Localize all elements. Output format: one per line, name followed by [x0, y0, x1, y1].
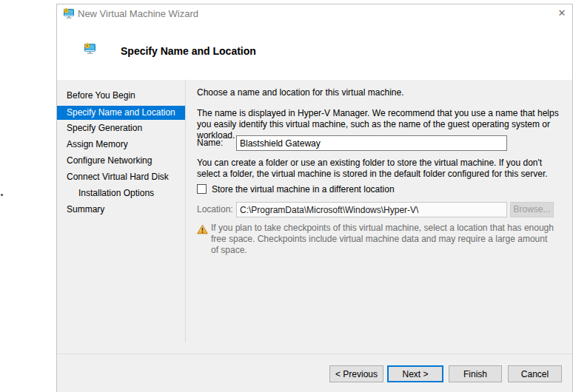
close-icon[interactable]: ✕ [555, 7, 569, 20]
warning-text: If you plan to take checkpoints of this … [211, 223, 556, 256]
sidebar-item-configure-networking[interactable]: Configure Networking [57, 153, 185, 169]
page-content: Choose a name and location for this virt… [197, 80, 563, 354]
sidebar-divider [185, 80, 186, 342]
browse-button: Browse... [510, 202, 554, 217]
finish-button[interactable]: Finish [449, 365, 502, 382]
sidebar-item-summary[interactable]: Summary [57, 202, 185, 218]
wizard-body: Before You Begin Specify Name and Locati… [57, 80, 572, 354]
previous-button[interactable]: < Previous [329, 365, 383, 382]
vm-name-input[interactable] [236, 135, 507, 151]
store-location-checkbox-label: Store the virtual machine in a different… [212, 183, 395, 195]
store-location-checkbox[interactable] [197, 184, 207, 194]
titlebar: New Virtual Machine Wizard ✕ [57, 4, 572, 24]
folder-hint-text: You can create a folder or use an existi… [197, 158, 561, 180]
sidebar-item-installation-options[interactable]: Installation Options [57, 186, 185, 202]
vm-wizard-page-icon [83, 42, 97, 55]
screen-artifact-dot [1, 194, 3, 196]
name-label: Name: [197, 135, 236, 151]
window-title: New Virtual Machine Wizard [78, 8, 198, 19]
new-vm-wizard-window: New Virtual Machine Wizard ✕ Specify Nam… [56, 4, 573, 392]
sidebar-item-connect-virtual-hard-disk[interactable]: Connect Virtual Hard Disk [57, 169, 185, 186]
sidebar-item-specify-name-and-location[interactable]: Specify Name and Location [57, 106, 185, 120]
footer: < Previous Next > Finish Cancel [57, 354, 572, 392]
sidebar-item-before-you-begin[interactable]: Before You Begin [57, 88, 185, 104]
wizard-header: Specify Name and Location [57, 24, 572, 79]
sidebar-item-assign-memory[interactable]: Assign Memory [57, 137, 185, 153]
vm-wizard-app-icon [63, 7, 75, 19]
location-input [236, 202, 507, 217]
location-label: Location: [197, 202, 236, 217]
next-button[interactable]: Next > [387, 365, 443, 382]
warning-icon [197, 224, 208, 234]
name-row: Name: [197, 135, 561, 151]
wizard-steps-sidebar: Before You Begin Specify Name and Locati… [57, 88, 185, 218]
cancel-button[interactable]: Cancel [508, 365, 562, 382]
location-row: Location: Browse... [197, 202, 563, 217]
sidebar-item-specify-generation[interactable]: Specify Generation [57, 121, 185, 137]
page-title: Specify Name and Location [121, 45, 256, 57]
intro-text: Choose a name and location for this virt… [197, 87, 561, 98]
